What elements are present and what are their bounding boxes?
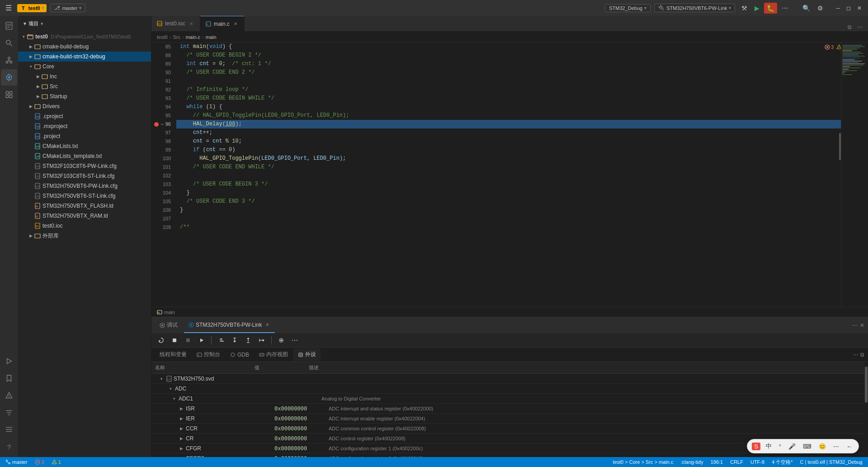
activity-warning[interactable]	[1, 387, 17, 404]
svd-expand-ccr[interactable]: ▶	[179, 426, 184, 431]
tab-main-c[interactable]: c main.c ✕	[200, 16, 245, 31]
tree-item-ld2[interactable]: ld STM32H750VBTX_RAM.ld	[18, 211, 151, 221]
tree-item-ioc[interactable]: IOC test0.ioc	[18, 221, 151, 231]
status-line-col[interactable]: 196:1	[709, 457, 725, 467]
close-btn[interactable]: ✕	[854, 3, 864, 13]
svd-vscroll[interactable]	[864, 362, 868, 457]
tree-item-cmakelists-template[interactable]: CMK CMakeLists_template.txt	[18, 151, 151, 161]
svd-expand-svd[interactable]: ▾	[159, 376, 164, 381]
svd-row-isr[interactable]: ▶ ISR 0x00000000 ADC interrupt and statu…	[151, 404, 864, 414]
svd-row-svd[interactable]: ▾ SVD STM32H750.svd	[151, 374, 864, 384]
activity-extensions[interactable]	[1, 86, 17, 103]
tree-item-mxproject[interactable]: XML .mxproject	[18, 121, 151, 131]
sub-tab-memory[interactable]: 内存视图	[255, 348, 292, 361]
dbg-stop-debug[interactable]	[169, 335, 180, 345]
activity-list[interactable]	[1, 422, 17, 438]
status-encoding[interactable]: CRLF	[728, 457, 745, 467]
bottom-close-icon[interactable]: ✕	[860, 322, 864, 329]
tree-item-project[interactable]: XML .project	[18, 131, 151, 141]
dbg-more[interactable]: ⋯	[289, 335, 301, 345]
svd-expand-adc[interactable]: ▾	[168, 386, 173, 391]
sub-tab-expand-icon[interactable]: ⧉	[860, 352, 864, 358]
dbg-step-out[interactable]	[242, 335, 254, 345]
activity-git[interactable]	[1, 52, 17, 68]
tree-item-cfg2[interactable]: CFG STM32F103C8T6-ST-Link.cfg	[18, 171, 151, 181]
svd-row-cfgr2[interactable]: ▶ CFGR2 0x00000000 ADC configuration reg…	[151, 453, 864, 457]
tree-item-external[interactable]: ▶ 外部库	[18, 231, 151, 241]
editor-vscroll-indicator[interactable]	[839, 43, 841, 307]
activity-run[interactable]	[1, 353, 17, 369]
more-icon[interactable]: ⋯	[779, 3, 791, 14]
status-spaces[interactable]: 4 个空格*	[770, 457, 794, 467]
bottom-tab-probe[interactable]: STM32H750VBT6-PW-Link ✕	[184, 317, 275, 333]
settings-icon[interactable]: ⚙	[815, 3, 826, 14]
sub-tab-console[interactable]: 控制台	[192, 348, 225, 361]
dbg-resume[interactable]	[196, 335, 208, 345]
ime-mic-icon[interactable]: 🎤	[787, 442, 797, 451]
status-path[interactable]: test0 > Core > Src > main.c	[611, 457, 675, 467]
sub-tab-gdb[interactable]: GDB	[226, 348, 254, 361]
dbg-step-into[interactable]	[229, 335, 241, 345]
svd-expand-cr[interactable]: ▶	[179, 436, 184, 441]
build-icon[interactable]: ⚒	[739, 3, 750, 14]
sub-tab-peripheral[interactable]: 外设	[293, 348, 321, 361]
probe-config-selector[interactable]: 🔌 STM32H750VBT6-PW-Link ▾	[654, 4, 735, 12]
tree-item-cfg4[interactable]: CFG STM32H750VBT6-ST-Link.cfg	[18, 191, 151, 201]
status-lang-server[interactable]: :clang-tidy	[679, 457, 705, 467]
sidebar-collapse-icon[interactable]: ▾	[24, 21, 27, 27]
sub-tab-more-icon[interactable]: ⋯	[853, 352, 859, 358]
run-icon[interactable]: ▶	[752, 3, 762, 14]
bottom-more-icon[interactable]: ⋯	[852, 322, 857, 329]
bc-test0[interactable]: test0	[157, 34, 168, 40]
svd-expand-ier[interactable]: ▶	[179, 416, 184, 421]
tree-item-cfg1[interactable]: CFG STM32F103C8T6-PW-Link.cfg	[18, 161, 151, 171]
svd-expand-isr[interactable]: ▶	[179, 406, 184, 411]
ime-zh-icon[interactable]: 中	[764, 441, 774, 451]
probe-tab-close[interactable]: ✕	[264, 322, 270, 328]
tab-split-icon[interactable]: ⧉	[846, 23, 854, 31]
dbg-run-to[interactable]	[256, 335, 268, 345]
branch-badge[interactable]: ⎇ master ▾	[50, 4, 85, 12]
status-errors[interactable]: 3	[33, 457, 46, 467]
status-charset[interactable]: UTF-8	[749, 457, 766, 467]
ime-emoji-icon[interactable]: 😊	[817, 442, 828, 451]
status-branch[interactable]: master	[4, 457, 29, 467]
svd-expand-cfgr[interactable]: ▶	[179, 446, 184, 451]
tree-item-src[interactable]: ▶ Src	[18, 81, 151, 91]
dbg-step-over[interactable]	[215, 335, 227, 345]
activity-help[interactable]: ?	[1, 439, 17, 455]
tree-item-cmakelists[interactable]: CMK CMakeLists.txt	[18, 141, 151, 151]
tree-item-cproject[interactable]: XML .cproject	[18, 111, 151, 121]
bc-mainc[interactable]: main.c	[186, 34, 200, 40]
restore-btn[interactable]: ◻	[844, 3, 854, 13]
tab-close-ioc[interactable]: ✕	[188, 20, 194, 27]
svd-row-adc1[interactable]: ▾ ADC1 Analog to Digital Converter	[151, 394, 864, 404]
debug-icon[interactable]: 🐛	[764, 3, 777, 14]
bc-src[interactable]: Src	[173, 34, 181, 40]
tree-item-cmake-stm32[interactable]: ▶ cmake-build-stm32-debug	[18, 52, 151, 62]
tree-item-cfg3[interactable]: CFG STM32H750VBT6-PW-Link.cfg	[18, 181, 151, 191]
editor-content[interactable]: int main(void) { /* USER CODE BEGIN 2 */…	[176, 43, 841, 307]
bottom-tab-debug[interactable]: 调试	[155, 317, 182, 333]
bc-main-fn[interactable]: main	[206, 34, 217, 40]
activity-explorer[interactable]	[1, 18, 17, 34]
tree-item-startup[interactable]: ▶ Startup	[18, 91, 151, 101]
tree-item-test0[interactable]: ▾ test0 D:\Programme\CLion_Test\STM32\te…	[18, 32, 151, 42]
svd-row-ier[interactable]: ▶ IER 0x00000000 ADC interrupt enable re…	[151, 414, 864, 424]
tree-item-cmake-debug[interactable]: ▶ cmake-build-debug	[18, 42, 151, 52]
debug-config-selector[interactable]: STM32_Debug ▾	[605, 4, 651, 12]
tree-item-drivers[interactable]: ▶ Drivers	[18, 101, 151, 111]
dbg-record[interactable]	[275, 335, 287, 345]
tree-item-core[interactable]: ▾ Core	[18, 62, 151, 71]
activity-bookmark[interactable]	[1, 370, 17, 386]
tab-ioc[interactable]: IOC test0.ioc ✕	[151, 16, 200, 31]
tree-item-inc[interactable]: ▶ Inc	[18, 71, 151, 81]
search-icon[interactable]: 🔍	[800, 3, 813, 14]
ime-keyboard-icon[interactable]: ⌨	[801, 442, 813, 451]
ime-s-icon[interactable]: S	[752, 443, 760, 450]
sub-tab-threads[interactable]: 线程和变量	[155, 348, 191, 361]
dbg-restart[interactable]	[155, 335, 167, 345]
minimize-btn[interactable]: ─	[833, 3, 843, 13]
activity-search[interactable]	[1, 35, 17, 51]
ime-more-icon[interactable]: ⋯	[831, 442, 841, 451]
